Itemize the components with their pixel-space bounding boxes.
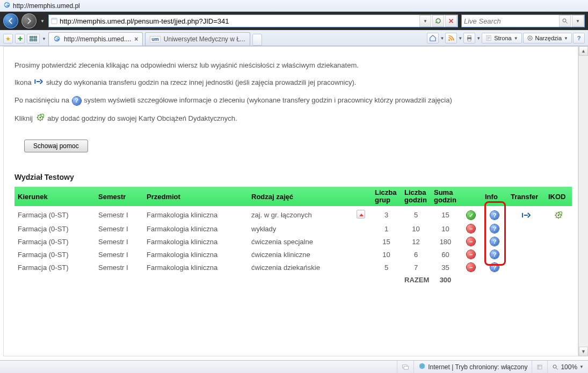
favorites-star-icon[interactable]: ★ (3, 34, 13, 43)
cell-expand[interactable] (350, 208, 372, 222)
tab-active[interactable]: http://memphis.umed.... × (48, 32, 143, 46)
svg-rect-2 (52, 18, 57, 20)
cell-rodzaj: ćwiczenia kliniczne (248, 248, 350, 260)
cell-liczba-godzin: 7 (401, 261, 431, 273)
help-icon[interactable]: ? (573, 33, 585, 43)
content-viewport: Prosimy potwierdzić zlecenia klikając na… (0, 46, 588, 360)
gear-add-icon[interactable] (554, 211, 563, 220)
svg-point-20 (557, 214, 559, 216)
scroll-up-button[interactable]: ▲ (579, 46, 588, 56)
cell-liczba-grup: 15 (372, 236, 401, 247)
minus-icon[interactable]: – (467, 250, 475, 259)
cell-status[interactable]: – (460, 236, 482, 247)
cell-semestr: Semestr I (95, 248, 143, 260)
print-icon[interactable] (463, 33, 475, 43)
svg-rect-12 (468, 39, 471, 41)
search-input[interactable] (462, 17, 558, 25)
cell-ikod (545, 261, 572, 273)
cell-rodzaj: wykłady (248, 223, 350, 235)
th-suma: Suma godzin (431, 187, 460, 208)
globe-icon (418, 362, 426, 371)
transfer-icon[interactable] (521, 211, 531, 219)
svg-point-26 (553, 365, 556, 368)
transfer-icon (34, 78, 43, 88)
address-dropdown[interactable]: ▼ (419, 15, 431, 27)
svg-rect-23 (404, 366, 408, 369)
minus-icon[interactable]: – (467, 224, 475, 233)
page-menu[interactable]: Strona▼ (482, 33, 521, 43)
window-caption: http://memphis.umed.pl (0, 0, 588, 12)
add-favorites-icon[interactable]: ✚ (15, 34, 25, 43)
cell-transfer[interactable] (507, 208, 545, 222)
rss-icon[interactable] (445, 33, 457, 43)
cell-liczba-godzin: 12 (401, 236, 431, 247)
search-dropdown[interactable]: ▼ (572, 15, 584, 27)
help-para-2: Ikona służy do wykonania transferu godzi… (14, 78, 567, 88)
back-button[interactable] (3, 13, 18, 28)
status-bar: Internet | Tryb chroniony: włączony 100%… (0, 360, 588, 373)
search-button[interactable] (559, 15, 571, 27)
th-ikod: IKOD (545, 187, 572, 208)
ie-icon (53, 35, 61, 44)
cell-status[interactable]: – (460, 248, 482, 260)
close-icon[interactable]: × (134, 35, 138, 43)
tools-menu[interactable]: Narzędzia▼ (523, 33, 572, 43)
cell-status[interactable]: ✓ (460, 208, 482, 222)
th-transfer: Transfer (507, 187, 545, 208)
check-icon[interactable]: ✓ (467, 211, 475, 220)
address-input[interactable] (60, 17, 419, 25)
section-title: Wydział Testowy (14, 173, 567, 181)
tab-strip: ★ ✚ ▼ http://memphis.umed.... × um Uniwe… (0, 30, 588, 46)
quick-tabs-icon[interactable] (27, 34, 40, 43)
cell-semestr: Semestr I (95, 261, 143, 273)
nav-bar: ▼ ▼ ▼ (0, 12, 588, 30)
cell-kierunek: Farmacja (0-ST) (14, 223, 95, 235)
cell-kierunek: Farmacja (0-ST) (14, 236, 95, 247)
vertical-scrollbar[interactable]: ▲ ▼ (578, 46, 588, 356)
svg-point-3 (563, 19, 566, 22)
cell-suma: 35 (431, 261, 460, 273)
cell-expand (350, 248, 372, 260)
page-body: Prosimy potwierdzić zlecenia klikając na… (4, 47, 578, 293)
cell-transfer (507, 261, 545, 273)
scroll-track[interactable] (579, 56, 588, 347)
refresh-button[interactable] (432, 15, 444, 27)
th-liczba-godzin: Liczba godzin (401, 187, 431, 208)
stop-button[interactable] (445, 15, 457, 27)
zoom-control[interactable]: 100% ▼ (547, 361, 588, 373)
new-tab-button[interactable] (252, 34, 262, 46)
forward-button[interactable] (21, 13, 37, 28)
cell-ikod[interactable] (545, 208, 572, 222)
status-popup-icon[interactable] (397, 361, 413, 373)
cell-suma: 60 (431, 248, 460, 260)
scroll-down-button[interactable]: ▼ (579, 347, 588, 356)
nav-history-dropdown[interactable]: ▼ (40, 13, 45, 28)
cell-rodzaj: zaj. w gr. łączonych (248, 208, 350, 222)
zoom-value: 100% (561, 363, 577, 371)
th-status (460, 187, 482, 208)
tab-inactive[interactable]: um Uniwersytet Medyczny w Ł... (145, 32, 250, 46)
cell-ikod (545, 236, 572, 247)
svg-point-15 (529, 38, 531, 39)
th-blank (350, 187, 372, 208)
status-text: Internet | Tryb chroniony: włączony (428, 363, 527, 371)
expand-toggle-icon[interactable] (357, 210, 365, 218)
help-para-1: Prosimy potwierdzić zlecenia klikając na… (14, 61, 567, 70)
minus-icon[interactable]: – (467, 263, 475, 272)
cell-liczba-grup: 10 (372, 248, 401, 260)
cell-liczba-godzin: 5 (401, 208, 431, 222)
window-title: http://memphis.umed.pl (13, 2, 80, 10)
cell-rodzaj: ćwiczenia dziekańskie (248, 261, 350, 273)
minus-icon[interactable]: – (467, 237, 475, 246)
svg-rect-6 (30, 39, 33, 41)
cell-status[interactable]: – (460, 223, 482, 235)
svg-point-24 (419, 363, 425, 369)
hide-help-button[interactable]: Schowaj pomoc (24, 140, 88, 152)
home-icon[interactable] (427, 33, 439, 43)
cell-transfer (507, 236, 545, 247)
cell-kierunek: Farmacja (0-ST) (14, 208, 95, 222)
cell-liczba-godzin: 10 (401, 223, 431, 235)
status-protected-mode-icon[interactable] (532, 361, 547, 373)
cell-status[interactable]: – (460, 261, 482, 273)
th-semestr: Semestr (95, 187, 143, 208)
